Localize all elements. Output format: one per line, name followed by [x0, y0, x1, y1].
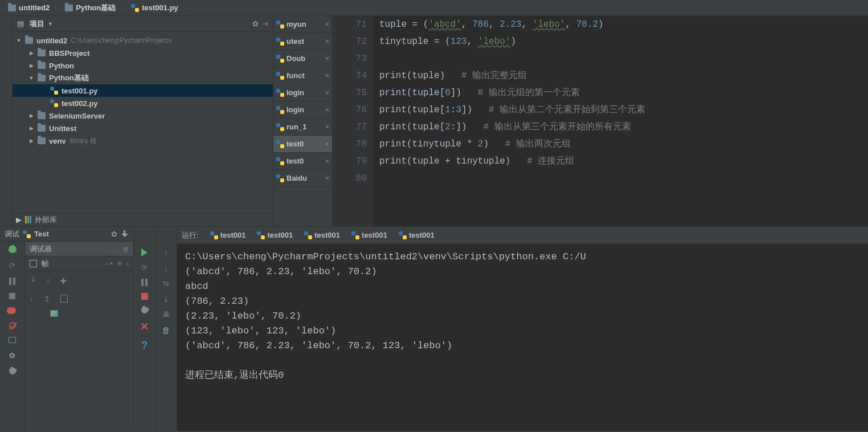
scroll-down-icon[interactable]: ↓ [164, 264, 168, 272]
add-icon[interactable]: + [60, 275, 67, 288]
editor-tab[interactable]: test0× [273, 153, 332, 170]
breadcrumb-item[interactable]: Python基础 [63, 3, 118, 13]
step-up-icon[interactable]: ↑ [30, 295, 34, 303]
run-tab[interactable]: test001 [394, 229, 439, 241]
editor-tab[interactable]: Doub× [273, 50, 332, 67]
step-icon[interactable]: →• [103, 259, 113, 268]
play-icon[interactable] [141, 248, 148, 256]
close-icon[interactable]: × [325, 21, 329, 28]
code-line[interactable]: print(tuple[0]) # 输出元组的第一个元素 [379, 84, 868, 101]
code-line[interactable]: print(tuple) # 输出完整元组 [379, 67, 868, 84]
tree-root[interactable]: ▼untitled2 C:\Users\cheng\PycharmProject… [13, 34, 273, 47]
run-tab[interactable]: test001 [252, 229, 297, 241]
scroll-end-icon[interactable]: ⤓ [163, 295, 169, 303]
stop-icon[interactable] [141, 293, 148, 300]
step-over-icon[interactable]: ↴ [30, 275, 36, 288]
close-icon[interactable]: ✕ [140, 320, 149, 333]
tree-row[interactable]: ▶Python [13, 59, 273, 72]
download-icon[interactable] [121, 230, 129, 238]
close-icon[interactable]: × [325, 174, 329, 182]
mute-breakpoints-icon[interactable] [9, 322, 16, 329]
line-number: 79 [333, 153, 367, 170]
list-icon[interactable]: ≣ [122, 244, 129, 253]
pin-icon[interactable] [7, 366, 17, 376]
close-icon[interactable]: × [325, 157, 329, 165]
step-into-icon[interactable]: ↓ [46, 275, 50, 288]
more-icon[interactable]: … [110, 244, 118, 253]
project-tree: ▼untitled2 C:\Users\cheng\PycharmProject… [13, 32, 273, 213]
run-tab[interactable]: test001 [206, 229, 251, 241]
stop-icon[interactable] [9, 293, 15, 299]
code-content[interactable]: tuple = ('abcd', 786, 2.23, 'lebo', 70.2… [374, 16, 868, 226]
pin-icon[interactable] [140, 305, 149, 315]
rerun-icon[interactable]: ⟳ [9, 261, 15, 270]
breakpoints-icon[interactable] [9, 307, 16, 314]
soft-wrap-icon[interactable]: ⇆ [163, 279, 169, 288]
print-icon[interactable]: 🖶 [162, 310, 170, 319]
code-line[interactable]: print(tuple[2:]) # 输出从第三个元素开始的所有元素 [379, 119, 868, 136]
code-line[interactable]: tuple = ('abcd', 786, 2.23, 'lebo', 70.2… [379, 16, 868, 33]
external-libraries-row[interactable]: ▶ 外部库 [13, 213, 273, 226]
close-icon[interactable]: × [325, 123, 329, 131]
chevron-right-icon: ▶ [16, 215, 22, 224]
pause-icon[interactable] [141, 279, 148, 286]
frames-more-icon[interactable]: ≡ [117, 259, 122, 268]
chevron-right-icon[interactable]: › [126, 259, 129, 268]
bug-icon[interactable] [9, 245, 17, 253]
code-line[interactable]: tinytuple = (123, 'lebo') [379, 33, 868, 50]
close-icon[interactable]: × [325, 55, 329, 63]
tree-item-label: BBSProject [49, 49, 90, 58]
editor-tab[interactable]: test0× [273, 136, 332, 153]
editor-tab[interactable]: Baidu× [273, 170, 332, 187]
code-line[interactable]: print(tuple + tinytuple) # 连接元组 [379, 153, 868, 170]
run-tab[interactable]: test001 [300, 229, 345, 241]
editor-tab[interactable]: utest× [273, 33, 332, 50]
close-icon[interactable]: × [325, 140, 329, 148]
chevron-down-icon[interactable]: ▼ [48, 21, 53, 27]
tree-row[interactable]: ▶venv library 根 [13, 135, 273, 147]
evaluate-icon[interactable] [60, 295, 68, 303]
editor-tab-label: test0 [286, 157, 323, 165]
editor-tab-label: Doub [286, 54, 323, 63]
editor-tab-label: run_1 [286, 123, 323, 131]
tree-row[interactable]: test002.py [13, 97, 273, 109]
close-icon[interactable]: × [325, 72, 329, 80]
help-icon[interactable]: ? [141, 340, 148, 352]
code-line[interactable]: print(tuple[1:3]) # 输出从第二个元素开始到第三个元素 [379, 101, 868, 119]
gear-icon[interactable]: ✿ [252, 19, 259, 28]
close-icon[interactable]: × [325, 38, 329, 46]
code-line[interactable]: print(tinytuple * 2) # 输出两次元组 [379, 136, 868, 153]
snapshot-icon[interactable] [50, 310, 58, 317]
gear-icon[interactable]: ✿ [111, 230, 117, 238]
code-line[interactable] [379, 170, 868, 187]
left-tool-strip[interactable] [0, 16, 13, 226]
step-out-icon[interactable]: ↥ [44, 295, 50, 303]
scroll-up-icon[interactable]: ↑ [164, 248, 168, 257]
editor-tab[interactable]: funct× [273, 67, 332, 84]
run-output[interactable]: C:\Users\cheng\PycharmProjects\untitled2… [177, 244, 868, 431]
gear-icon[interactable]: ✿ [9, 351, 15, 360]
tree-row[interactable]: ▶Unittest [13, 122, 273, 135]
pause-icon[interactable] [9, 278, 15, 285]
tree-row[interactable]: test001.py [13, 84, 273, 97]
collapse-icon[interactable]: ⇥ [262, 19, 268, 28]
code-editor[interactable]: 71727374757677787980 tuple = ('abcd', 78… [333, 16, 868, 226]
layout-icon[interactable] [9, 337, 16, 343]
editor-tab[interactable]: run_1× [273, 119, 332, 136]
breadcrumb-item[interactable]: test001.py [129, 3, 181, 12]
close-icon[interactable]: × [325, 89, 329, 97]
tree-row[interactable]: ▼Python基础 [13, 72, 273, 84]
editor-tab[interactable]: myun× [273, 16, 332, 33]
rerun-icon[interactable]: ⟳ [141, 263, 148, 272]
tree-row[interactable]: ▶SeleniumServer [13, 109, 273, 122]
run-tab[interactable]: test001 [347, 229, 392, 241]
editor-tab[interactable]: login× [273, 84, 332, 101]
trash-icon[interactable]: 🗑 [162, 325, 170, 335]
code-line[interactable] [379, 50, 868, 67]
close-icon[interactable]: × [325, 106, 329, 114]
breadcrumb-item[interactable]: untitled2 [6, 3, 52, 12]
editor-tab[interactable]: login× [273, 101, 332, 119]
tree-row[interactable]: ▶BBSProject [13, 47, 273, 59]
tree-item-label: venv [49, 137, 66, 145]
debugger-tab-row[interactable]: 调试器 … ≣ [25, 242, 133, 256]
